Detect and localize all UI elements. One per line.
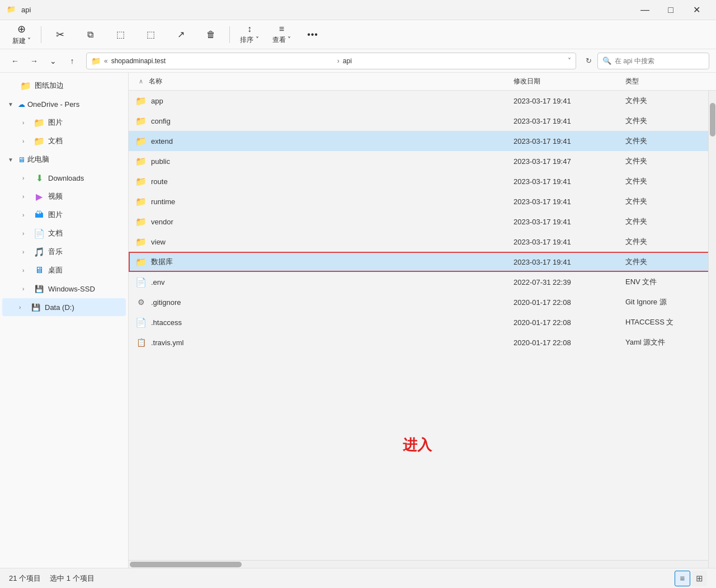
sidebar-item-thispc[interactable]: ▼ 🖥 此电脑 bbox=[2, 150, 126, 168]
address-text-2: api bbox=[343, 57, 566, 65]
search-input[interactable] bbox=[615, 57, 693, 65]
file-row-config[interactable]: 📁 config 2023-03-17 19:41 文件夹 bbox=[129, 111, 716, 131]
video-icon: ▶ bbox=[34, 191, 45, 202]
copy-button[interactable]: ⧉ bbox=[76, 23, 104, 46]
back-button[interactable]: ← bbox=[7, 53, 23, 69]
sidebar-item-desktop[interactable]: › 🖥 桌面 bbox=[2, 261, 126, 279]
move-button[interactable]: ⬚ bbox=[136, 23, 164, 46]
sidebar-item-data-d[interactable]: › 💾 Data (D:) bbox=[2, 298, 126, 316]
sidebar-desktop-label: 桌面 bbox=[48, 265, 63, 275]
file-row-app[interactable]: 📁 app 2023-03-17 19:41 文件夹 bbox=[129, 91, 716, 111]
file-row-route[interactable]: 📁 route 2023-03-17 19:41 文件夹 bbox=[129, 171, 716, 191]
docs2-expand-icon: › bbox=[22, 231, 30, 237]
env-name: .env bbox=[151, 278, 514, 286]
route-icon: 📁 bbox=[135, 176, 147, 187]
docs2-icon: 📄 bbox=[34, 228, 45, 239]
htaccess-date: 2020-01-17 22:08 bbox=[514, 318, 625, 327]
vendor-type: 文件夹 bbox=[625, 217, 709, 227]
vertical-scrollbar[interactable] bbox=[708, 91, 716, 568]
sidebar-item-docs1[interactable]: › 📁 文档 bbox=[2, 132, 126, 150]
sidebar-video-label: 视频 bbox=[48, 191, 63, 201]
close-button[interactable]: ✕ bbox=[684, 0, 709, 20]
htaccess-name: .htaccess bbox=[151, 318, 514, 327]
thispc-expand-icon: ▼ bbox=[8, 157, 16, 163]
pics2-expand-icon: › bbox=[22, 212, 30, 218]
sidebar-item-tujiajiabian[interactable]: 📁 图纸加边 bbox=[2, 77, 126, 95]
sidebar-item-onedrive[interactable]: ▼ ☁ OneDrive - Pers bbox=[2, 95, 126, 113]
h-scrollbar-thumb[interactable] bbox=[130, 562, 242, 567]
file-row-travis[interactable]: 📋 .travis.yml 2020-01-17 22:08 Yaml 源文件 bbox=[129, 332, 716, 352]
env-type: ENV 文件 bbox=[625, 277, 709, 287]
desktop-icon: 🖥 bbox=[34, 265, 45, 275]
sidebar-ssd-label: Windows-SSD bbox=[48, 285, 95, 293]
sidebar-item-docs2[interactable]: › 📄 文档 bbox=[2, 224, 126, 242]
sidebar-item-video[interactable]: › ▶ 视频 bbox=[2, 187, 126, 205]
address-sep: « bbox=[104, 57, 108, 65]
file-row-public[interactable]: 📁 public 2023-03-17 19:47 文件夹 bbox=[129, 151, 716, 171]
address-text-1: shopadminapi.test bbox=[111, 57, 334, 65]
search-icon: 🔍 bbox=[602, 57, 611, 65]
file-row-runtime[interactable]: 📁 runtime 2023-03-17 19:41 文件夹 bbox=[129, 191, 716, 211]
v-scrollbar-thumb[interactable] bbox=[710, 103, 715, 137]
tiles-view-button[interactable]: ⊞ bbox=[691, 571, 707, 586]
minimize-button[interactable]: — bbox=[632, 0, 658, 20]
refresh-button[interactable]: ↻ bbox=[582, 54, 595, 68]
pics2-icon: 🏔 bbox=[34, 210, 45, 220]
horizontal-scrollbar[interactable] bbox=[129, 560, 716, 568]
music-expand-icon: › bbox=[22, 249, 30, 255]
more-button[interactable]: ••• bbox=[299, 23, 327, 46]
paste-button[interactable]: ⬚ bbox=[106, 23, 134, 46]
file-row-extend[interactable]: 📁 extend 2023-03-17 19:41 文件夹 bbox=[129, 131, 716, 151]
sort-icon: ↕ bbox=[247, 24, 252, 34]
cut-button[interactable]: ✂ bbox=[46, 23, 74, 46]
sidebar-item-downloads[interactable]: › ⬇ Downloads bbox=[2, 169, 126, 187]
sidebar-pics2-label: 图片 bbox=[48, 210, 63, 220]
public-type: 文件夹 bbox=[625, 156, 709, 166]
datad-expand-icon: › bbox=[19, 304, 27, 311]
title-bar-controls: — □ ✕ bbox=[632, 0, 709, 20]
details-view-button[interactable]: ≡ bbox=[675, 571, 690, 586]
maximize-button[interactable]: □ bbox=[658, 0, 684, 20]
file-row-view[interactable]: 📁 view 2023-03-17 19:41 文件夹 bbox=[129, 232, 716, 252]
share-icon: ↗ bbox=[177, 29, 185, 40]
file-row-gitignore[interactable]: ⚙ .gitignore 2020-01-17 22:08 Git Ignore… bbox=[129, 292, 716, 312]
col-date-header: 修改日期 bbox=[514, 77, 625, 86]
title-bar-title: api bbox=[21, 6, 632, 14]
file-row-shujuku[interactable]: 📁 数据库 2023-03-17 19:41 文件夹 bbox=[129, 252, 716, 272]
pics1-expand-icon: › bbox=[22, 120, 30, 126]
forward-button[interactable]: → bbox=[26, 53, 43, 69]
address-bar[interactable]: 📁 « shopadminapi.test › api ˅ bbox=[86, 53, 576, 69]
file-row-vendor[interactable]: 📁 vendor 2023-03-17 19:41 文件夹 bbox=[129, 211, 716, 232]
up-button[interactable]: ↑ bbox=[64, 53, 81, 69]
sidebar-docs1-label: 文档 bbox=[48, 136, 63, 146]
delete-button[interactable]: 🗑 bbox=[197, 23, 225, 46]
runtime-icon: 📁 bbox=[135, 196, 147, 207]
file-row-env[interactable]: 📄 .env 2022-07-31 22:39 ENV 文件 bbox=[129, 272, 716, 292]
recent-button[interactable]: ⌄ bbox=[45, 53, 62, 69]
app-date: 2023-03-17 19:41 bbox=[514, 97, 625, 105]
status-bar: 21 个项目 选中 1 个项目 ≡ ⊞ bbox=[0, 568, 716, 588]
travis-name: .travis.yml bbox=[151, 338, 514, 347]
sidebar-item-windows-ssd[interactable]: › 💾 Windows-SSD bbox=[2, 280, 126, 298]
collapse-icon[interactable]: ∧ bbox=[135, 78, 147, 85]
public-icon: 📁 bbox=[135, 156, 147, 167]
view-name: view bbox=[151, 238, 514, 246]
sidebar-music-label: 音乐 bbox=[48, 247, 63, 257]
more-icon: ••• bbox=[307, 30, 318, 40]
sort-button[interactable]: ↕ 排序 ˅ bbox=[234, 23, 264, 46]
sidebar-item-music[interactable]: › 🎵 音乐 bbox=[2, 243, 126, 261]
new-label: 新建 ˅ bbox=[12, 36, 31, 46]
shujuku-icon: 📁 bbox=[135, 257, 147, 267]
video-expand-icon: › bbox=[22, 194, 30, 200]
item-count: 21 个项目 bbox=[9, 573, 41, 584]
sidebar-item-pics2[interactable]: › 🏔 图片 bbox=[2, 206, 126, 224]
view-button[interactable]: ≡ 查看 ˅ bbox=[267, 23, 296, 46]
new-button[interactable]: ⊕ 新建 ˅ bbox=[7, 23, 36, 46]
sidebar-item-pics1[interactable]: › 📁 图片 bbox=[2, 114, 126, 131]
shujuku-date: 2023-03-17 19:41 bbox=[514, 258, 625, 266]
file-area: ∧ 名称 修改日期 类型 📁 app 2023-03-17 19:41 文件夹 … bbox=[129, 73, 716, 568]
travis-date: 2020-01-17 22:08 bbox=[514, 338, 625, 347]
folder-icon: 📁 bbox=[20, 81, 31, 91]
file-row-htaccess[interactable]: 📄 .htaccess 2020-01-17 22:08 HTACCESS 文 bbox=[129, 312, 716, 332]
share-button[interactable]: ↗ bbox=[167, 23, 195, 46]
